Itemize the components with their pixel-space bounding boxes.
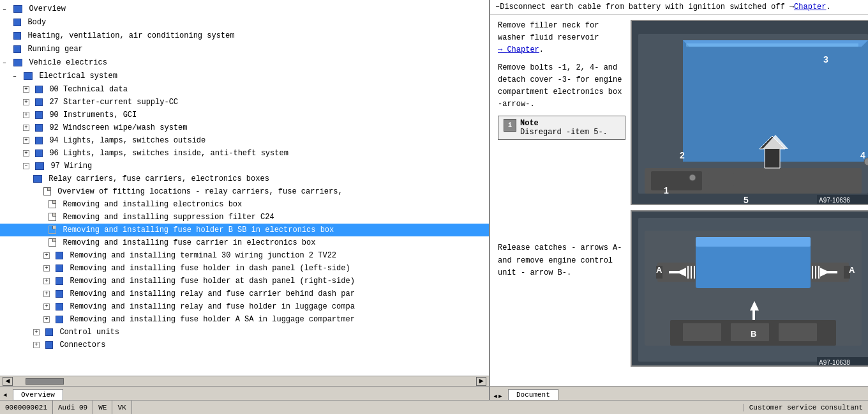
expand-icon: [3, 31, 9, 42]
blue-square-icon: [35, 150, 43, 157]
image1-container: 3 2 1 4 5 A97-10636: [631, 20, 868, 205]
doc-icon: [43, 187, 51, 195]
horizontal-scrollbar[interactable]: ◄ ►: [0, 376, 489, 386]
plus-icon[interactable]: +: [33, 329, 40, 335]
scroll-right-btn[interactable]: ►: [476, 377, 486, 386]
note-content: Note Disregard -item 5-.: [520, 119, 608, 137]
minus-icon[interactable]: –: [23, 163, 29, 169]
expand-icon[interactable]: –: [3, 57, 9, 69]
blue-square-icon: [35, 98, 43, 106]
folder-icon: [33, 175, 42, 183]
tree-item-overview-fitting[interactable]: Overview of fitting locations - relay ca…: [0, 185, 489, 198]
tree-item-control[interactable]: + Control units: [0, 326, 489, 339]
tree-item-instruments[interactable]: + 90 Instruments, GCI: [0, 109, 489, 121]
tree-item-electrical[interactable]: – Electrical system: [0, 70, 489, 83]
tree-label: Relay carriers, fuse carriers, electroni…: [49, 174, 269, 183]
header-text: Disconnect earth cable from battery with…: [500, 3, 784, 12]
plus-icon[interactable]: +: [43, 303, 50, 310]
tree-item-wiring[interactable]: – 97 Wiring: [0, 160, 489, 172]
header-arrow: →: [785, 3, 794, 12]
plus-icon[interactable]: +: [23, 125, 29, 131]
folder-icon: [13, 5, 22, 13]
plus-icon[interactable]: +: [23, 150, 29, 157]
blue-square-icon: [35, 86, 43, 93]
plus-icon[interactable]: +: [23, 112, 29, 118]
tree-item-relay[interactable]: Relay carriers, fuse carriers, electroni…: [0, 172, 489, 185]
blue-square-icon: [35, 111, 43, 119]
tab-overview[interactable]: Overview: [13, 389, 63, 401]
svg-text:2: 2: [680, 150, 685, 160]
tree-container[interactable]: – Overview Body Heating, ventilation, ai…: [0, 0, 489, 376]
tree-item-removing-relay-dash[interactable]: + Removing and installing relay and fuse…: [0, 288, 489, 300]
chapter-link[interactable]: Chapter: [794, 3, 826, 12]
tree-label: Removing and installing relay and fuse c…: [70, 289, 354, 298]
tree-item-running[interactable]: Running gear: [0, 43, 489, 56]
svg-rect-29: [669, 271, 686, 273]
tree-item-removing-term[interactable]: + Removing and installing terminal 30 wi…: [0, 249, 489, 262]
svg-text:5: 5: [744, 195, 749, 205]
tree-item-removing-dash-r[interactable]: + Removing and installing fuse holder at…: [0, 275, 489, 288]
scroll-left-btn[interactable]: ◄: [3, 377, 13, 386]
tree-item-removing-dash-l[interactable]: + Removing and installing fuse holder in…: [0, 262, 489, 275]
tree-label: 96 Lights, lamps, switches inside, anti-…: [49, 149, 288, 158]
expand-icon: [3, 17, 9, 29]
status-seg-vk: VK: [112, 401, 131, 414]
right-nav-area: ◄ ►: [490, 394, 505, 400]
tree-label: Removing and installing relay and fuse h…: [70, 302, 354, 311]
tree-item-connectors[interactable]: + Connectors: [0, 339, 489, 351]
tree-item-body[interactable]: Body: [0, 16, 489, 29]
tree-label: Removing and installing fuse carrier in …: [63, 238, 315, 247]
note-icon: i: [504, 119, 516, 132]
left-arrow-icon[interactable]: ◄: [3, 392, 6, 399]
blue-square-icon: [56, 290, 63, 298]
tree-item-removing-elec[interactable]: Removing and installing electronics box: [0, 198, 489, 211]
tree-item-lights94[interactable]: + 94 Lights, lamps, switches outside: [0, 134, 489, 147]
tree-item-hvac[interactable]: Heating, ventilation, air conditioning s…: [0, 29, 489, 43]
tab-document[interactable]: Document: [508, 389, 558, 401]
step1-chapter-link[interactable]: → Chapter: [498, 45, 539, 54]
scroll-thumb[interactable]: [26, 378, 64, 385]
blue-square-icon: [13, 19, 21, 26]
tree-item-removing-fuse-a[interactable]: + Removing and installing fuse holder A …: [0, 313, 489, 326]
plus-icon[interactable]: +: [43, 265, 50, 272]
blue-square-icon: [35, 124, 43, 132]
tree-item-tech[interactable]: + 00 Technical data: [0, 83, 489, 96]
tree-item-removing-supp[interactable]: Removing and installing suppression filt…: [0, 211, 489, 224]
tree-item-removing-fuse-b[interactable]: Removing and installing fuse holder B SB…: [0, 224, 489, 236]
svg-text:A: A: [849, 265, 855, 275]
tree-item-lights96[interactable]: + 96 Lights, lamps, switches inside, ant…: [0, 147, 489, 160]
plus-icon[interactable]: +: [43, 278, 50, 284]
expand-icon[interactable]: –: [3, 4, 9, 15]
doc-icon: [49, 200, 56, 208]
left-arrow-icon2[interactable]: ◄: [494, 394, 497, 400]
svg-rect-7: [708, 173, 734, 186]
folder-icon: [35, 162, 44, 170]
expand-icon[interactable]: –: [13, 71, 19, 82]
svg-text:1: 1: [664, 185, 669, 195]
tree-item-removing-fuse-c[interactable]: Removing and installing fuse carrier in …: [0, 236, 489, 249]
plus-icon[interactable]: +: [43, 316, 50, 323]
tree-item-windscreen[interactable]: + 92 Windscreen wipe/wash system: [0, 121, 489, 134]
tree-item-removing-relay-lug[interactable]: + Removing and installing relay and fuse…: [0, 300, 489, 313]
right-arrow-icon[interactable]: ►: [498, 394, 502, 400]
plus-icon[interactable]: +: [23, 86, 29, 93]
plus-icon[interactable]: +: [43, 291, 50, 297]
plus-icon[interactable]: +: [23, 137, 29, 144]
tree-item-overview[interactable]: – Overview: [0, 3, 489, 16]
engine-image-2: A A B A97-10638: [631, 210, 868, 367]
plus-icon[interactable]: +: [33, 342, 40, 348]
tree-label: Removing and installing electronics box: [63, 200, 242, 209]
right-panel: – Disconnect earth cable from battery wi…: [490, 0, 868, 386]
svg-rect-23: [696, 237, 811, 247]
header-dash: –: [495, 3, 500, 12]
tree-label: 00 Technical data: [49, 85, 127, 94]
tree-label: Removing and installing fuse holder B SB…: [63, 226, 334, 234]
tree-item-starter[interactable]: + 27 Starter-current supply-CC: [0, 96, 489, 109]
blue-square-icon: [56, 252, 63, 259]
tree-item-electrics[interactable]: – Vehicle electrics: [0, 56, 489, 70]
blue-square-icon: [13, 32, 21, 40]
blue-square-icon: [56, 303, 63, 310]
plus-icon[interactable]: +: [43, 252, 50, 259]
plus-icon[interactable]: +: [23, 99, 29, 105]
right-header: – Disconnect earth cable from battery wi…: [490, 0, 868, 15]
